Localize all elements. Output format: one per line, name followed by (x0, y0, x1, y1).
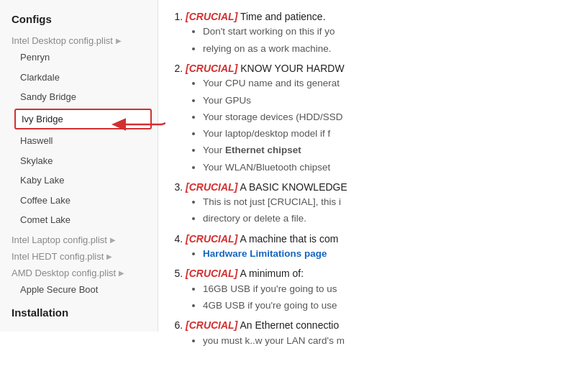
bullet-2-3: Your storage devices (HDD/SSD (203, 110, 561, 124)
bullet-1-1: Don't start working on this if yo (203, 24, 561, 39)
crucial-label-2: [CRUCIAL] (186, 63, 237, 74)
chevron-right-icon: ▶ (116, 37, 122, 45)
bullet-2-2: Your GPUs (203, 94, 561, 108)
list-item-1-text: Time and patience. (240, 11, 326, 22)
bullet-2-6: Your WLAN/Bluetooth chipset (203, 160, 561, 175)
amd-desktop-group[interactable]: AMD Desktop config.plist ▶ (0, 263, 158, 280)
list-item-2-bullets: Your CPU name and its generat Your GPUs … (186, 76, 561, 175)
ethernet-chipset-bold: Ethernet chipset (225, 145, 301, 155)
crucial-label-5: [CRUCIAL] (186, 268, 237, 279)
intel-laptop-group[interactable]: Intel Laptop config.plist ▶ (0, 230, 158, 247)
hardware-limitations-link[interactable]: Hardware Limitations page (203, 248, 327, 259)
list-item-3-bullets: This is not just [CRUCIAL], this i direc… (186, 195, 561, 227)
installation-section-title: Installation (0, 299, 158, 323)
bullet-3-2: directory or delete a file. (203, 211, 561, 226)
bullet-5-1: 16GB USB if you're going to us (203, 282, 561, 296)
bullet-3-1: This is not just [CRUCIAL], this i (203, 195, 561, 209)
sidebar-item-kaby-lake[interactable]: Kaby Lake (0, 170, 158, 191)
sidebar-item-coffee-lake[interactable]: Coffee Lake (0, 191, 158, 211)
bullet-2-5: Your Ethernet chipset (203, 143, 561, 158)
bullet-2-1: Your CPU name and its generat (203, 76, 561, 91)
intel-hedt-group[interactable]: Intel HEDT config.plist ▶ (0, 247, 158, 263)
sidebar-item-sandy-bridge[interactable]: Sandy Bridge (0, 87, 158, 107)
list-item-2-text: KNOW YOUR HARDW (240, 63, 344, 74)
bullet-2-4: Your laptop/desktop model if f (203, 127, 561, 141)
list-item-5-bullets: 16GB USB if you're going to us 4GB USB i… (186, 282, 561, 314)
list-item-4: [CRUCIAL] A machine that is com Hardware… (186, 231, 561, 262)
main-content: [CRUCIAL] Time and patience. Don't start… (158, 0, 574, 392)
list-item-4-bullets: Hardware Limitations page (186, 247, 561, 261)
intel-desktop-group[interactable]: Intel Desktop config.plist ▶ (0, 31, 158, 47)
sidebar-item-apple-secure-boot[interactable]: Apple Secure Boot (0, 280, 158, 300)
list-item-6-bullets: you must k..w your LAN card's m (186, 334, 561, 348)
sidebar-wrapper: Configs Intel Desktop config.plist ▶ Pen… (0, 0, 158, 392)
bullet-5-2: 4GB USB if you're going to use (203, 298, 561, 313)
list-item-6-text: An Ethernet connectio (240, 319, 339, 331)
sidebar-item-ivy-bridge[interactable]: Ivy Bridge (14, 109, 152, 130)
sidebar: Configs Intel Desktop config.plist ▶ Pen… (0, 0, 158, 332)
sidebar-item-haswell[interactable]: Haswell (0, 131, 158, 151)
list-item-5: [CRUCIAL] A minimum of: 16GB USB if you'… (186, 265, 561, 313)
bullet-4-link[interactable]: Hardware Limitations page (203, 247, 561, 261)
sidebar-item-penryn[interactable]: Penryn (0, 47, 158, 68)
chevron-right-icon-2: ▶ (110, 236, 116, 244)
list-item-1: [CRUCIAL] Time and patience. Don't start… (186, 9, 561, 56)
list-item-4-text: A machine that is com (240, 233, 338, 245)
chevron-right-icon-4: ▶ (119, 269, 124, 277)
crucial-label-4: [CRUCIAL] (186, 233, 237, 245)
crucial-label-1: [CRUCIAL] (186, 11, 237, 22)
intel-laptop-label: Intel Laptop config.plist (12, 234, 107, 245)
sidebar-item-skylake[interactable]: Skylake (0, 151, 158, 171)
sidebar-item-comet-lake[interactable]: Comet Lake (0, 210, 158, 230)
list-item-3-text: A BASIC KNOWLEDGE (240, 181, 347, 193)
intel-hedt-label: Intel HEDT config.plist (12, 251, 104, 262)
list-item-3: [CRUCIAL] A BASIC KNOWLEDGE This is not … (186, 179, 561, 227)
crucial-label-3: [CRUCIAL] (186, 181, 237, 193)
list-item-5-text: A minimum of: (240, 268, 304, 279)
chevron-right-icon-3: ▶ (106, 252, 112, 260)
amd-desktop-label: AMD Desktop config.plist (12, 268, 116, 278)
bullet-6-1: you must k..w your LAN card's m (203, 334, 561, 348)
requirements-list: [CRUCIAL] Time and patience. Don't start… (171, 9, 561, 348)
crucial-label-6: [CRUCIAL] (186, 319, 237, 331)
list-item-1-bullets: Don't start working on this if yo relyin… (186, 24, 561, 56)
intel-desktop-label: Intel Desktop config.plist (12, 35, 113, 46)
bullet-1-2: relying on as a work machine. (203, 42, 561, 56)
configs-section-title: Configs (0, 9, 158, 31)
list-item-6: [CRUCIAL] An Ethernet connectio you must… (186, 317, 561, 348)
list-item-2: [CRUCIAL] KNOW YOUR HARDW Your CPU name … (186, 60, 561, 175)
sidebar-item-clarkdale[interactable]: Clarkdale (0, 68, 158, 88)
